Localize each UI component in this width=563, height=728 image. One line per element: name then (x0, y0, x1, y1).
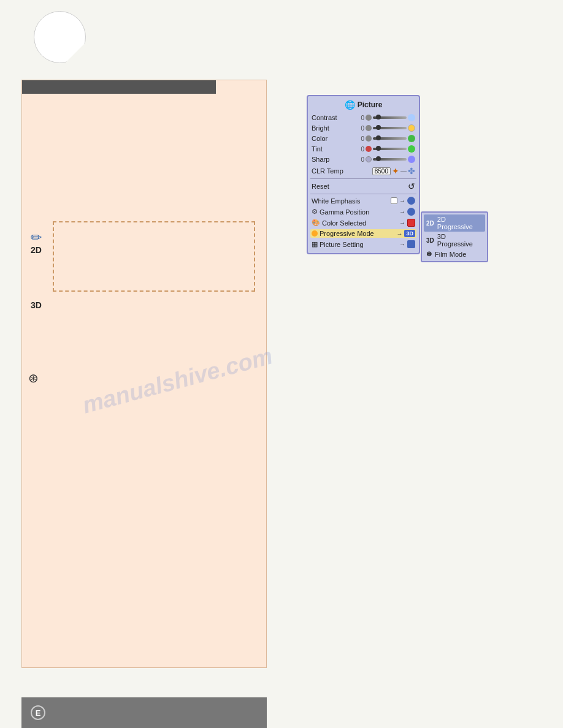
gamma-position-row[interactable]: ⚙ Gamma Position → (310, 207, 416, 216)
picture-setting-row[interactable]: ▦ Picture Setting → (310, 240, 416, 249)
gamma-right-icon (407, 208, 415, 216)
submenu-item-3d[interactable]: 3D 3D Progressive (424, 232, 485, 249)
divider-2 (310, 194, 416, 194)
note-box (53, 221, 255, 292)
gamma-icon: ⚙ (312, 208, 318, 216)
color-right-icon (408, 135, 415, 142)
sharp-right-icon (408, 156, 415, 163)
progressive-mode-value: 3D (404, 230, 415, 237)
divider-1 (310, 178, 416, 179)
bright-slider[interactable] (373, 127, 407, 129)
progressive-mode-row[interactable]: Progressive Mode → 3D (310, 229, 416, 238)
main-panel (21, 80, 267, 668)
contrast-row[interactable]: Contrast 0 (310, 113, 416, 122)
label-3d: 3D (31, 300, 42, 310)
tint-slider[interactable] (373, 148, 407, 150)
picture-setting-right-icon (407, 240, 415, 248)
bright-row[interactable]: Bright 0 (310, 124, 416, 132)
submenu-item-film[interactable]: ⊛ Film Mode (424, 249, 485, 259)
logo (34, 11, 86, 63)
color-selected-row[interactable]: 🎨 Color Selected → (310, 218, 416, 227)
picture-menu-title: 🌐 Picture (310, 100, 416, 110)
reset-icon: ↺ (408, 181, 415, 191)
picture-menu-panel: 🌐 Picture Contrast 0 Bright 0 Color 0 (307, 95, 420, 254)
picture-setting-icon: ▦ (312, 240, 318, 248)
clrtemp-row[interactable]: CLR Temp 8500 ✦ — ✤ (310, 165, 416, 176)
progressive-submenu: 2D 2D Progressive 3D 3D Progressive ⊛ Fi… (421, 211, 488, 262)
pencil-icon: ✏ (31, 230, 42, 246)
tint-row[interactable]: Tint 0 (310, 145, 416, 153)
bottom-bar-label: E (31, 705, 45, 720)
tint-left-icon (366, 146, 372, 152)
submenu-item-2d[interactable]: 2D 2D Progressive (424, 214, 485, 232)
white-emphasis-row[interactable]: White Emphasis → (310, 196, 416, 205)
sharp-left-icon (366, 156, 372, 162)
2d-icon: 2D (426, 220, 434, 227)
sharp-slider[interactable] (373, 158, 407, 161)
contrast-right-icon (408, 114, 415, 121)
progressive-mode-icon (312, 230, 318, 237)
film-icon: ⊛ (28, 371, 39, 385)
white-emphasis-box (391, 197, 397, 204)
contrast-left-icon (366, 115, 372, 121)
contrast-slider[interactable] (373, 116, 407, 119)
clrtemp-value: 8500 (372, 167, 391, 175)
color-selected-icon: 🎨 (312, 219, 320, 227)
3d-icon: 3D (426, 237, 434, 244)
bright-right-icon (408, 124, 415, 132)
panel-header (22, 80, 216, 94)
color-left-icon (366, 135, 372, 142)
film-mode-icon: ⊛ (426, 250, 432, 258)
color-row[interactable]: Color 0 (310, 134, 416, 143)
globe-icon: 🌐 (345, 100, 355, 110)
color-selected-right-icon (407, 219, 415, 227)
reset-row[interactable]: Reset ↺ (310, 181, 416, 192)
clrtemp-dash: — (400, 168, 407, 175)
label-2d: 2D (31, 245, 42, 255)
color-slider[interactable] (373, 137, 407, 140)
tint-right-icon (408, 145, 415, 153)
white-emphasis-right-icon (407, 197, 415, 205)
bright-left-icon (366, 125, 372, 131)
clrtemp-sun-icon: ✦ (392, 166, 399, 176)
sharp-row[interactable]: Sharp 0 (310, 155, 416, 164)
bottom-bar: E (21, 697, 267, 728)
clrtemp-star-icon: ✤ (408, 166, 415, 176)
